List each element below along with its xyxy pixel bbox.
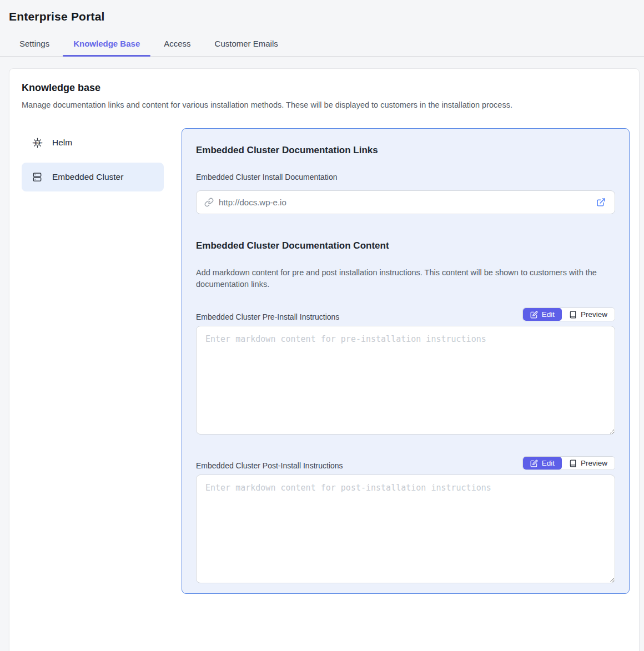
sidebar-item-helm[interactable]: HELM Helm [22, 128, 164, 157]
embedded-cluster-panel: Embedded Cluster Documentation Links Emb… [182, 128, 630, 594]
edit-pencil-icon [530, 311, 538, 319]
sidebar-item-embedded-cluster[interactable]: Embedded Cluster [22, 163, 164, 191]
tab-access[interactable]: Access [153, 34, 201, 56]
card-title: Knowledge base [22, 82, 627, 94]
tab-settings[interactable]: Settings [9, 34, 60, 56]
external-link-icon[interactable] [595, 196, 607, 208]
app-header: Enterprise Portal [0, 0, 644, 23]
sidebar-item-label: Embedded Cluster [52, 172, 123, 182]
post-install-edit-button[interactable]: Edit [523, 457, 562, 470]
sidebar-item-label: Helm [52, 138, 72, 148]
tab-customer-emails[interactable]: Customer Emails [204, 34, 289, 56]
book-icon [569, 311, 577, 319]
pre-install-textarea[interactable] [196, 326, 615, 435]
tab-bar: Settings Knowledge Base Access Customer … [0, 34, 644, 57]
pre-install-mode-toggle: Edit Preview [522, 307, 615, 321]
helm-icon: HELM [32, 137, 43, 148]
pre-install-edit-button[interactable]: Edit [523, 308, 562, 321]
install-method-list: HELM Helm Embedded Cluster [22, 128, 164, 594]
content-section-description: Add markdown content for pre and post in… [196, 267, 615, 290]
post-install-mode-toggle: Edit Preview [522, 456, 615, 470]
post-install-preview-button[interactable]: Preview [562, 457, 615, 470]
install-doc-field [196, 190, 615, 214]
post-install-label: Embedded Cluster Post-Install Instructio… [196, 461, 343, 470]
pre-install-preview-button[interactable]: Preview [562, 308, 615, 321]
post-install-textarea[interactable] [196, 475, 615, 583]
card-description: Manage documentation links and content f… [22, 100, 627, 109]
pre-install-editor: Embedded Cluster Pre-Install Instruction… [196, 307, 615, 435]
install-doc-input[interactable] [219, 198, 590, 207]
server-stack-icon [32, 171, 43, 183]
page-title: Enterprise Portal [9, 10, 635, 23]
svg-text:HELM: HELM [34, 142, 40, 144]
pre-install-label: Embedded Cluster Pre-Install Instruction… [196, 312, 339, 321]
book-icon [569, 460, 577, 467]
edit-pencil-icon [530, 460, 538, 467]
link-icon [204, 198, 214, 207]
tab-knowledge-base[interactable]: Knowledge Base [63, 34, 150, 56]
links-section-title: Embedded Cluster Documentation Links [196, 145, 615, 156]
post-install-editor: Embedded Cluster Post-Install Instructio… [196, 456, 615, 583]
knowledge-base-card: Knowledge base Manage documentation link… [9, 68, 640, 651]
install-doc-label: Embedded Cluster Install Documentation [196, 173, 615, 181]
content-section-title: Embedded Cluster Documentation Content [196, 240, 615, 251]
